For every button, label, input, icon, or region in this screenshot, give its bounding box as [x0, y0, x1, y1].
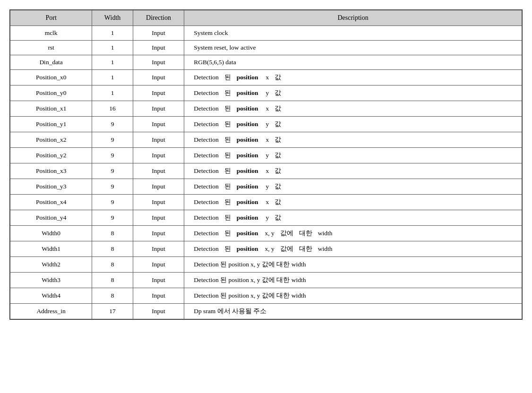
cell-direction: Input [133, 163, 184, 179]
cell-port: Din_data [10, 55, 92, 70]
cell-port: mclk [10, 26, 92, 41]
cell-width: 16 [92, 101, 133, 117]
cell-description: Detection된positionx값 [184, 132, 522, 148]
cell-width: 9 [92, 148, 133, 163]
table-row: Width08InputDetection된positionx, y값에대한wi… [10, 226, 522, 241]
cell-direction: Input [133, 148, 184, 163]
cell-description: Detection된positiony값 [184, 148, 522, 163]
cell-description: Dp sram 에서 사용될 주소 [184, 304, 522, 319]
cell-port: Position_y2 [10, 148, 92, 163]
table-row: Width48InputDetection 된 position x, y 값에… [10, 288, 522, 304]
cell-width: 8 [92, 288, 133, 304]
table-row: Position_y49InputDetection된positiony값 [10, 210, 522, 226]
cell-direction: Input [133, 26, 184, 41]
cell-direction: Input [133, 85, 184, 101]
cell-width: 17 [92, 304, 133, 319]
cell-direction: Input [133, 304, 184, 319]
cell-direction: Input [133, 210, 184, 226]
cell-direction: Input [133, 70, 184, 85]
table-row: Width18InputDetection된positionx, y값에대한wi… [10, 241, 522, 257]
cell-port: Address_in [10, 304, 92, 319]
cell-port: Position_x4 [10, 195, 92, 210]
header-width: Width [92, 10, 133, 26]
header-description: Description [184, 10, 522, 26]
cell-width: 1 [92, 26, 133, 41]
cell-port: Width0 [10, 226, 92, 241]
cell-description: RGB(5,6,5) data [184, 55, 522, 70]
cell-description: Detection된positiony값 [184, 179, 522, 195]
cell-width: 9 [92, 132, 133, 148]
cell-direction: Input [133, 226, 184, 241]
cell-direction: Input [133, 179, 184, 195]
table-row: Din_data1InputRGB(5,6,5) data [10, 55, 522, 70]
cell-width: 1 [92, 55, 133, 70]
cell-port: Width4 [10, 288, 92, 304]
cell-direction: Input [133, 55, 184, 70]
cell-width: 9 [92, 195, 133, 210]
cell-description: Detection 된 position x, y 값에 대한 width [184, 273, 522, 288]
cell-port: Position_x3 [10, 163, 92, 179]
cell-port: Position_y4 [10, 210, 92, 226]
cell-description: Detection된positionx값 [184, 163, 522, 179]
cell-direction: Input [133, 117, 184, 132]
port-table: Port Width Direction Description mclk1In… [10, 10, 522, 319]
table-row: Address_in17InputDp sram 에서 사용될 주소 [10, 304, 522, 319]
table-row: rst1InputSystem reset, low active [10, 41, 522, 55]
cell-direction: Input [133, 273, 184, 288]
cell-width: 1 [92, 70, 133, 85]
table-row: Position_x01InputDetection된positionx값 [10, 70, 522, 85]
table-row: Width38InputDetection 된 position x, y 값에… [10, 273, 522, 288]
cell-width: 8 [92, 273, 133, 288]
header-direction: Direction [133, 10, 184, 26]
cell-port: Position_x0 [10, 70, 92, 85]
cell-port: Position_y1 [10, 117, 92, 132]
cell-width: 9 [92, 179, 133, 195]
cell-width: 8 [92, 241, 133, 257]
cell-description: Detection된positiony값 [184, 210, 522, 226]
cell-width: 8 [92, 257, 133, 273]
cell-description: Detection 된 position x, y 값에 대한 width [184, 257, 522, 273]
cell-port: Width1 [10, 241, 92, 257]
cell-width: 9 [92, 210, 133, 226]
table-row: Position_x39InputDetection된positionx값 [10, 163, 522, 179]
cell-width: 8 [92, 226, 133, 241]
table-row: Width28InputDetection 된 position x, y 값에… [10, 257, 522, 273]
cell-description: System clock [184, 26, 522, 41]
cell-width: 1 [92, 85, 133, 101]
cell-description: System reset, low active [184, 41, 522, 55]
table-row: Position_y19InputDetection된positiony값 [10, 117, 522, 132]
cell-port: Position_y3 [10, 179, 92, 195]
cell-description: Detection된positionx, y값에대한width [184, 226, 522, 241]
cell-width: 1 [92, 41, 133, 55]
cell-description: Detection된positiony값 [184, 85, 522, 101]
table-row: Position_y39InputDetection된positiony값 [10, 179, 522, 195]
cell-description: Detection된positionx, y값에대한width [184, 241, 522, 257]
cell-width: 9 [92, 117, 133, 132]
cell-description: Detection된positionx값 [184, 195, 522, 210]
cell-direction: Input [133, 101, 184, 117]
cell-port: rst [10, 41, 92, 55]
table-row: Position_x49InputDetection된positionx값 [10, 195, 522, 210]
table-row: Position_y01InputDetection된positiony값 [10, 85, 522, 101]
cell-direction: Input [133, 241, 184, 257]
cell-direction: Input [133, 288, 184, 304]
table-row: Position_x29InputDetection된positionx값 [10, 132, 522, 148]
cell-description: Detection된positionx값 [184, 101, 522, 117]
cell-width: 9 [92, 163, 133, 179]
cell-description: Detection 된 position x, y 값에 대한 width [184, 288, 522, 304]
table-row: mclk1InputSystem clock [10, 26, 522, 41]
table-header-row: Port Width Direction Description [10, 10, 522, 26]
cell-description: Detection된positionx값 [184, 70, 522, 85]
cell-port: Position_x2 [10, 132, 92, 148]
cell-direction: Input [133, 132, 184, 148]
cell-port: Position_y0 [10, 85, 92, 101]
cell-direction: Input [133, 257, 184, 273]
cell-direction: Input [133, 195, 184, 210]
header-port: Port [10, 10, 92, 26]
cell-description: Detection된positiony값 [184, 117, 522, 132]
cell-port: Width3 [10, 273, 92, 288]
cell-port: Position_x1 [10, 101, 92, 117]
table-row: Position_x116InputDetection된positionx값 [10, 101, 522, 117]
table-row: Position_y29InputDetection된positiony값 [10, 148, 522, 163]
port-table-container: Port Width Direction Description mclk1In… [9, 9, 523, 320]
